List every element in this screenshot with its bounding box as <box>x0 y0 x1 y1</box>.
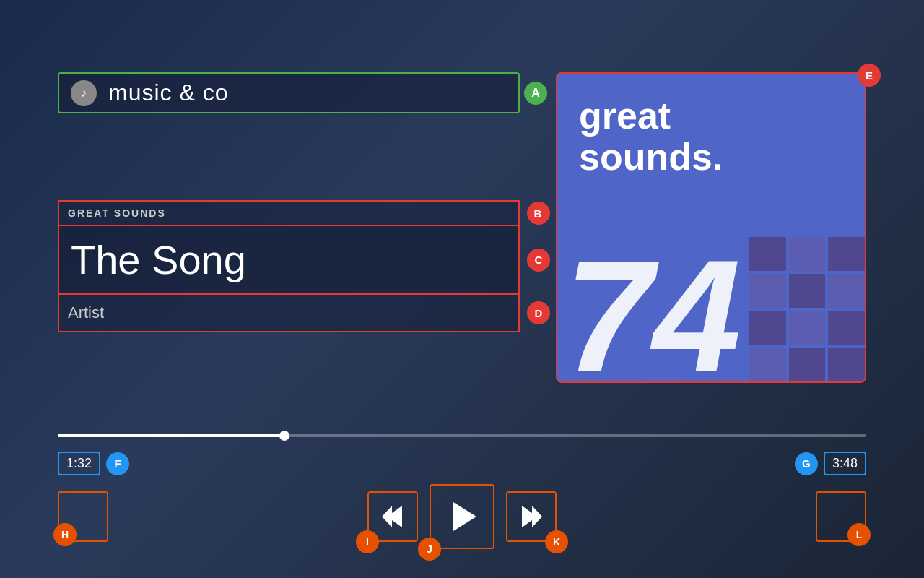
app-title: music & co <box>108 79 228 106</box>
total-time: 3:48 <box>824 452 866 475</box>
player-section: 1:32 F G 3:48 H <box>58 434 866 549</box>
badge-a: A <box>524 82 547 105</box>
badge-i: I <box>356 530 379 553</box>
album-art: great sounds. 74 <box>556 72 866 383</box>
svg-marker-2 <box>522 506 542 527</box>
play-button[interactable] <box>430 484 494 549</box>
badge-d: D <box>527 301 550 324</box>
prev-button-container: I <box>367 491 418 542</box>
progress-bar[interactable] <box>58 434 866 437</box>
track-label: GREAT SOUNDS B <box>58 200 520 226</box>
album-text: great sounds. <box>579 95 723 178</box>
app-bar: ♪ music & co A <box>58 72 520 113</box>
svg-marker-0 <box>382 506 402 527</box>
badge-h: H <box>53 523 77 546</box>
side-left: H <box>58 491 108 542</box>
badge-l: L <box>847 523 871 546</box>
svg-marker-1 <box>453 502 476 531</box>
side-right: L <box>816 491 866 542</box>
badge-g: G <box>795 452 818 475</box>
badge-f: F <box>106 452 129 475</box>
album-grid <box>749 237 865 381</box>
track-info: GREAT SOUNDS B The Song C Artist D <box>58 200 520 332</box>
album-number: 74 <box>565 237 741 383</box>
badge-b: B <box>527 202 550 225</box>
badge-c: C <box>527 249 550 272</box>
badge-k: K <box>545 530 568 553</box>
music-icon: ♪ <box>71 80 97 106</box>
center-controls: I J <box>367 484 557 549</box>
badge-e: E <box>858 64 881 87</box>
time-left-group: 1:32 F <box>58 452 129 475</box>
progress-fill <box>58 434 284 437</box>
controls-row: H I <box>58 484 866 549</box>
progress-thumb <box>279 431 289 441</box>
current-time: 1:32 <box>58 452 100 475</box>
time-right-group: G 3:48 <box>795 452 866 475</box>
track-title: The Song C <box>58 226 520 295</box>
next-button-container: K <box>506 491 557 542</box>
badge-j: J <box>418 538 441 561</box>
track-artist: Artist D <box>58 295 520 332</box>
play-button-container: J <box>430 484 494 549</box>
time-row: 1:32 F G 3:48 <box>58 452 866 475</box>
